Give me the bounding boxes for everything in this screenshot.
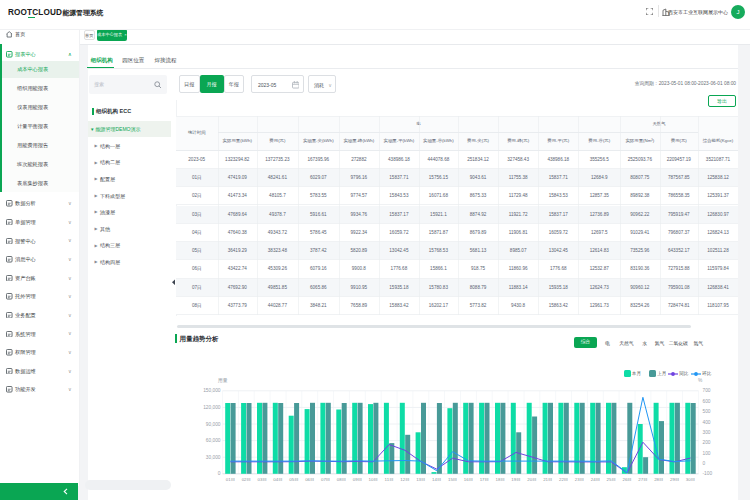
svg-text:29日: 29日: [670, 477, 679, 482]
svg-text:200: 200: [703, 440, 711, 445]
svg-text:08日: 08日: [337, 477, 346, 482]
svg-text:21日: 21日: [543, 477, 552, 482]
svg-text:22日: 22日: [559, 477, 568, 482]
svg-text:600: 600: [703, 399, 711, 404]
svg-text:用量: 用量: [218, 378, 228, 384]
svg-text:700: 700: [703, 388, 711, 393]
svg-text:07日: 07日: [321, 477, 330, 482]
svg-text:17日: 17日: [480, 477, 489, 482]
svg-text:13日: 13日: [416, 477, 425, 482]
svg-text:100: 100: [703, 451, 711, 456]
svg-text:500: 500: [703, 409, 711, 414]
svg-text:06日: 06日: [305, 477, 314, 482]
svg-text:18日: 18日: [496, 477, 505, 482]
svg-text:0: 0: [218, 471, 221, 476]
svg-text:25日: 25日: [607, 477, 616, 482]
svg-text:20日: 20日: [527, 477, 536, 482]
svg-text:09日: 09日: [353, 477, 362, 482]
svg-text:-100: -100: [703, 471, 713, 476]
svg-text:05日: 05日: [289, 477, 298, 482]
svg-text:30日: 30日: [686, 477, 695, 482]
svg-text:16日: 16日: [464, 477, 473, 482]
svg-text:28日: 28日: [654, 477, 663, 482]
svg-text:12日: 12日: [400, 477, 409, 482]
svg-text:90,000: 90,000: [206, 422, 221, 427]
svg-text:10日: 10日: [369, 477, 378, 482]
svg-text:03日: 03日: [258, 477, 267, 482]
svg-text:0: 0: [703, 461, 706, 466]
svg-text:26日: 26日: [622, 477, 631, 482]
svg-text:19日: 19日: [511, 477, 520, 482]
svg-text:60,000: 60,000: [206, 438, 221, 443]
svg-text:%: %: [698, 378, 703, 383]
svg-text:30,000: 30,000: [206, 455, 221, 460]
svg-text:27日: 27日: [638, 477, 647, 482]
svg-text:23日: 23日: [575, 477, 584, 482]
svg-text:150,000: 150,000: [203, 388, 221, 393]
svg-text:400: 400: [703, 420, 711, 425]
svg-text:11日: 11日: [385, 477, 394, 482]
svg-text:120,000: 120,000: [203, 405, 221, 410]
svg-text:04日: 04日: [273, 477, 282, 482]
svg-text:02日: 02日: [242, 477, 251, 482]
svg-text:14日: 14日: [432, 477, 441, 482]
svg-text:15日: 15日: [448, 477, 457, 482]
svg-text:01日: 01日: [226, 477, 235, 482]
svg-text:300: 300: [703, 430, 711, 435]
svg-text:24日: 24日: [591, 477, 600, 482]
